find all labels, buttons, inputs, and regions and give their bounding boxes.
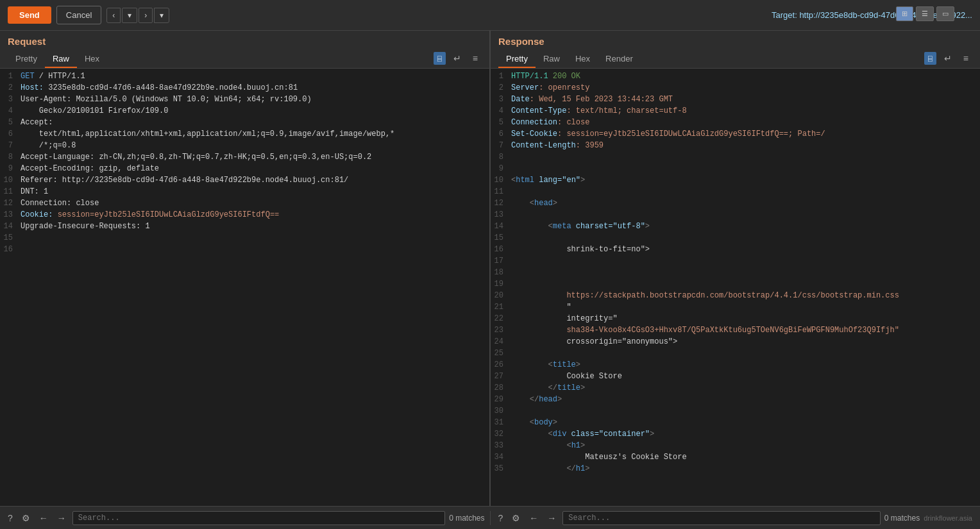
- response-newline-icon[interactable]: ↵: [940, 52, 956, 65]
- table-row: 30: [491, 406, 980, 417]
- line-content: [511, 233, 561, 244]
- send-button[interactable]: Send: [8, 6, 51, 24]
- table-row: 22 integrity=": [491, 314, 980, 325]
- tab-request-hex[interactable]: Hex: [77, 51, 107, 68]
- nav-back-button[interactable]: ‹: [106, 8, 121, 23]
- line-number: 20: [491, 291, 511, 301]
- response-title: Response: [498, 36, 972, 47]
- tab-request-raw[interactable]: Raw: [45, 51, 77, 68]
- line-number: 15: [491, 233, 511, 244]
- line-content: [511, 153, 524, 163]
- line-content: <meta charset="utf-8">: [511, 222, 663, 232]
- line-number: 14: [491, 222, 511, 232]
- table-row: 31 <body>: [491, 417, 980, 429]
- nav-forward-dropdown-button[interactable]: ▾: [154, 8, 169, 23]
- request-menu-icon[interactable]: ≡: [469, 52, 482, 65]
- line-number: 15: [0, 233, 21, 244]
- view-stacked-button[interactable]: ☰: [916, 6, 934, 21]
- table-row: 11DNT: 1: [0, 187, 489, 198]
- request-prev-match-button[interactable]: ←: [37, 512, 51, 525]
- line-content: User-Agent: Mozilla/5.0 (Windows NT 10.0…: [21, 95, 325, 105]
- line-content: [21, 245, 33, 255]
- table-row: 34 Mateusz's Cookie Store: [491, 452, 980, 464]
- nav-back-dropdown-button[interactable]: ▾: [122, 8, 137, 23]
- tab-response-render[interactable]: Render: [598, 51, 641, 68]
- line-content: Accept-Encoding: gzip, deflate: [21, 164, 172, 174]
- table-row: 7Content-Length: 3959: [491, 140, 980, 152]
- line-number: 8: [491, 153, 511, 163]
- response-settings-icon[interactable]: ⚙: [509, 512, 523, 525]
- line-number: 33: [491, 441, 511, 451]
- table-row: 4 Gecko/20100101 Firefox/109.0: [0, 106, 489, 117]
- table-row: 24 crossorigin="anonymous">: [491, 337, 980, 348]
- line-number: 29: [491, 395, 511, 405]
- table-row: 4Content-Type: text/html; charset=utf-8: [491, 106, 980, 117]
- line-number: 12: [0, 199, 21, 209]
- table-row: 29 </head>: [491, 394, 980, 406]
- table-row: 7 /*;q=0.8: [0, 140, 489, 152]
- line-content: Date: Wed, 15 Feb 2023 13:44:23 GMT: [511, 95, 686, 105]
- table-row: 35 </h1>: [491, 464, 980, 475]
- view-single-button[interactable]: ▭: [936, 6, 954, 21]
- view-toggle-group: ⊞ ☰ ▭: [896, 6, 954, 21]
- toolbar-left: Send Cancel ‹ ▾ › ▾: [8, 6, 169, 24]
- line-number: 7: [491, 141, 511, 151]
- request-next-match-button[interactable]: →: [55, 512, 69, 525]
- line-number: 22: [491, 314, 511, 324]
- line-number: 10: [0, 176, 21, 186]
- line-content: [511, 256, 524, 267]
- response-search-input[interactable]: [562, 511, 881, 525]
- response-wrap-icon[interactable]: ⌸: [924, 52, 936, 65]
- tab-response-hex[interactable]: Hex: [568, 51, 598, 68]
- table-row: 27 Cookie Store: [491, 371, 980, 383]
- line-content: text/html,application/xhtml+xml,applicat…: [21, 130, 407, 140]
- bottom-right: ? ⚙ ← → 0 matches drinkflower.asia: [491, 511, 981, 525]
- request-settings-icon[interactable]: ⚙: [19, 512, 33, 525]
- toolbar: Send Cancel ‹ ▾ › ▾ Target: http://3235e…: [0, 0, 980, 31]
- line-number: 10: [491, 176, 511, 186]
- line-content: <div class="container">: [511, 430, 667, 440]
- bottom-left: ? ⚙ ← → 0 matches: [0, 511, 491, 525]
- request-help-icon[interactable]: ?: [5, 512, 15, 525]
- table-row: 28 </title>: [491, 383, 980, 394]
- line-number: 5: [0, 118, 21, 128]
- request-wrap-icon[interactable]: ⌸: [434, 52, 446, 65]
- view-split-button[interactable]: ⊞: [896, 6, 913, 21]
- line-content: <head>: [511, 199, 570, 209]
- line-content: [511, 407, 524, 417]
- line-number: 1: [491, 72, 511, 82]
- response-menu-icon[interactable]: ≡: [959, 52, 972, 65]
- table-row: 8Accept-Language: zh-CN,zh;q=0.8,zh-TW;q…: [0, 152, 489, 164]
- table-row: 15: [491, 233, 980, 244]
- table-row: 10Referer: http://3235e8db-cd9d-47d6-a44…: [0, 175, 489, 187]
- response-prev-match-button[interactable]: ←: [527, 512, 541, 525]
- tab-request-pretty[interactable]: Pretty: [8, 51, 45, 68]
- table-row: 2Server: openresty: [491, 83, 980, 94]
- nav-forward-button[interactable]: ›: [139, 8, 153, 23]
- response-code-area[interactable]: 1HTTP/1.1 200 OK2Server: openresty3Date:…: [491, 69, 980, 506]
- target-prefix: Target:: [772, 10, 799, 20]
- line-content: </h1>: [511, 464, 602, 474]
- line-content: [21, 233, 33, 244]
- response-help-icon[interactable]: ?: [496, 512, 506, 525]
- line-content: </head>: [511, 395, 575, 405]
- line-content: integrity=": [511, 314, 630, 324]
- request-code-area[interactable]: 1GET / HTTP/1.12Host: 3235e8db-cd9d-47d6…: [0, 69, 489, 506]
- response-next-match-button[interactable]: →: [545, 512, 559, 525]
- line-number: 27: [491, 372, 511, 382]
- nav-button-group: ‹ ▾ › ▾: [106, 8, 169, 23]
- table-row: 3User-Agent: Mozilla/5.0 (Windows NT 10.…: [0, 94, 489, 106]
- line-content: Referer: http://3235e8db-cd9d-47d6-a448-…: [21, 176, 361, 186]
- line-number: 1: [0, 72, 21, 82]
- line-number: 25: [491, 349, 511, 359]
- table-row: 12Connection: close: [0, 198, 489, 210]
- request-newline-icon[interactable]: ↵: [450, 52, 465, 65]
- line-number: 2: [0, 83, 21, 94]
- table-row: 9Accept-Encoding: gzip, deflate: [0, 164, 489, 175]
- request-search-input[interactable]: [72, 511, 445, 525]
- cancel-button[interactable]: Cancel: [56, 6, 101, 24]
- line-content: <h1>: [511, 441, 598, 451]
- tab-response-raw[interactable]: Raw: [536, 51, 568, 68]
- line-content: [511, 164, 524, 174]
- tab-response-pretty[interactable]: Pretty: [498, 51, 536, 68]
